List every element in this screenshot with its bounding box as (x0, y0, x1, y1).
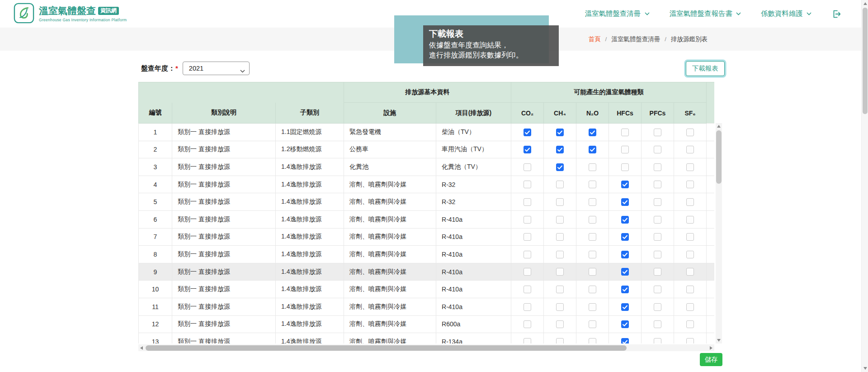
gas-checkbox[interactable] (686, 268, 694, 276)
gas-checkbox[interactable] (524, 268, 531, 276)
gas-checkbox[interactable] (589, 338, 596, 343)
gas-checkbox[interactable] (686, 216, 694, 224)
gas-checkbox-checked[interactable] (524, 146, 531, 153)
year-select[interactable]: 2021 (183, 62, 250, 75)
gas-checkbox[interactable] (589, 286, 596, 293)
gas-checkbox[interactable] (654, 216, 661, 224)
gas-checkbox[interactable] (556, 286, 564, 293)
nav-item-coefficient[interactable]: 係數資料維護 (761, 9, 811, 19)
gas-checkbox-checked[interactable] (556, 146, 564, 153)
gas-checkbox[interactable] (589, 233, 596, 241)
gas-checkbox[interactable] (686, 198, 694, 206)
gas-checkbox-checked[interactable] (621, 198, 629, 206)
gas-checkbox[interactable] (556, 198, 564, 206)
gas-checkbox-checked[interactable] (621, 286, 629, 293)
gas-checkbox[interactable] (556, 233, 564, 241)
gas-checkbox-checked[interactable] (621, 251, 629, 258)
gas-checkbox[interactable] (654, 233, 661, 241)
gas-checkbox[interactable] (556, 320, 564, 328)
gas-checkbox[interactable] (621, 129, 629, 136)
logo[interactable]: 溫室氣體盤查 資訊網 Greenhouse Gas Inventory Info… (14, 3, 127, 25)
gas-checkbox[interactable] (654, 303, 661, 311)
gas-checkbox[interactable] (686, 181, 694, 188)
download-report-button[interactable]: 下載報表 (686, 61, 725, 76)
gas-checkbox[interactable] (686, 129, 694, 136)
gas-checkbox[interactable] (621, 146, 629, 153)
gas-checkbox[interactable] (589, 303, 596, 311)
gas-checkbox[interactable] (589, 198, 596, 206)
gas-checkbox[interactable] (524, 163, 531, 171)
gas-checkbox[interactable] (524, 198, 531, 206)
gas-checkbox[interactable] (686, 338, 694, 343)
gas-checkbox[interactable] (524, 251, 531, 258)
gas-checkbox[interactable] (556, 251, 564, 258)
gas-checkbox-checked[interactable] (621, 268, 629, 276)
gas-checkbox[interactable] (654, 338, 661, 343)
gas-checkbox[interactable] (654, 129, 661, 136)
gas-checkbox[interactable] (589, 163, 596, 171)
scroll-down-arrow[interactable] (863, 367, 867, 370)
gas-checkbox[interactable] (524, 181, 531, 188)
gas-checkbox[interactable] (686, 251, 694, 258)
gas-checkbox[interactable] (524, 320, 531, 328)
gas-checkbox[interactable] (524, 286, 531, 293)
gas-checkbox-checked[interactable] (621, 181, 629, 188)
gas-checkbox[interactable] (589, 251, 596, 258)
scroll-down-arrow[interactable] (717, 339, 721, 342)
table-horizontal-scrollbar[interactable] (138, 344, 714, 351)
gas-checkbox[interactable] (524, 216, 531, 224)
table-vertical-scrollbar[interactable] (716, 123, 722, 343)
gas-checkbox[interactable] (556, 216, 564, 224)
scroll-up-arrow[interactable] (717, 125, 721, 128)
page-scrollbar[interactable] (861, 0, 868, 372)
gas-checkbox[interactable] (686, 233, 694, 241)
gas-checkbox-checked[interactable] (589, 146, 596, 153)
gas-checkbox[interactable] (621, 163, 629, 171)
gas-checkbox[interactable] (589, 216, 596, 224)
logout-icon[interactable] (831, 9, 841, 19)
gas-checkbox[interactable] (654, 181, 661, 188)
gas-checkbox-checked[interactable] (621, 216, 629, 224)
horizontal-scrollbar-thumb[interactable] (146, 345, 627, 351)
gas-checkbox[interactable] (556, 303, 564, 311)
gas-checkbox[interactable] (686, 146, 694, 153)
gas-checkbox[interactable] (589, 268, 596, 276)
gas-checkbox-checked[interactable] (556, 163, 564, 171)
scroll-left-arrow[interactable] (140, 346, 143, 350)
gas-checkbox[interactable] (524, 233, 531, 241)
gas-checkbox[interactable] (556, 338, 564, 343)
breadcrumb-home-link[interactable]: 首頁 (588, 35, 600, 43)
gas-checkbox[interactable] (654, 286, 661, 293)
gas-checkbox-checked[interactable] (589, 129, 596, 136)
gas-checkbox-checked[interactable] (621, 233, 629, 241)
nav-item-report[interactable]: 溫室氣體盤查報告書 (670, 9, 741, 19)
gas-checkbox[interactable] (524, 338, 531, 343)
gas-checkbox-checked[interactable] (556, 129, 564, 136)
breadcrumb-item-inventory[interactable]: 溫室氣體盤查清冊 (611, 35, 660, 43)
gas-checkbox-checked[interactable] (621, 303, 629, 311)
gas-checkbox[interactable] (654, 198, 661, 206)
gas-checkbox[interactable] (589, 181, 596, 188)
gas-checkbox[interactable] (686, 320, 694, 328)
gas-checkbox[interactable] (556, 181, 564, 188)
save-button[interactable]: 儲存 (700, 353, 722, 366)
gas-checkbox[interactable] (686, 303, 694, 311)
gas-checkbox-checked[interactable] (524, 129, 531, 136)
gas-checkbox[interactable] (686, 163, 694, 171)
gas-checkbox[interactable] (589, 320, 596, 328)
scroll-right-arrow[interactable] (710, 346, 712, 350)
gas-checkbox[interactable] (654, 146, 661, 153)
gas-checkbox[interactable] (524, 303, 531, 311)
gas-checkbox[interactable] (654, 163, 661, 171)
gas-checkbox[interactable] (654, 251, 661, 258)
gas-checkbox[interactable] (556, 268, 564, 276)
gas-checkbox-checked[interactable] (621, 338, 629, 343)
gas-checkbox-checked[interactable] (621, 320, 629, 328)
nav-item-inventory[interactable]: 溫室氣體盤查清冊 (585, 9, 650, 19)
vertical-scrollbar-thumb[interactable] (716, 130, 722, 184)
gas-checkbox[interactable] (654, 320, 661, 328)
gas-checkbox[interactable] (686, 286, 694, 293)
page-scrollbar-thumb[interactable] (863, 8, 868, 114)
scroll-up-arrow[interactable] (863, 2, 867, 5)
gas-checkbox[interactable] (654, 268, 661, 276)
